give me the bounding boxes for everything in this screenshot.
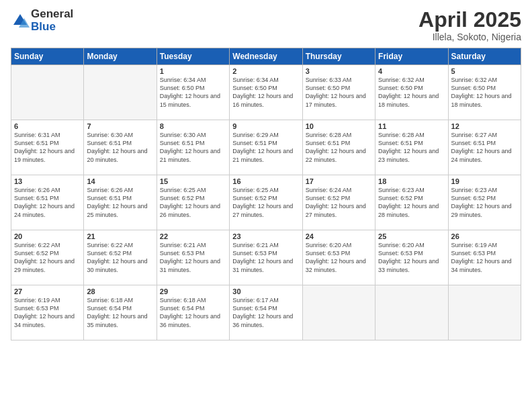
day-number: 16: [232, 177, 299, 185]
calendar-cell: 1Sunrise: 6:34 AMSunset: 6:50 PMDaylight…: [157, 65, 229, 120]
day-number: 5: [451, 67, 518, 75]
day-number: 1: [160, 67, 226, 75]
calendar-cell: 26Sunrise: 6:19 AMSunset: 6:53 PMDayligh…: [448, 230, 521, 285]
header: General Blue April 2025 Illela, Sokoto, …: [11, 8, 521, 42]
day-detail: Sunrise: 6:23 AMSunset: 6:52 PMDaylight:…: [451, 186, 518, 219]
day-number: 19: [451, 177, 518, 185]
day-number: 26: [451, 232, 518, 240]
day-number: 17: [306, 177, 372, 185]
calendar-cell: 13Sunrise: 6:26 AMSunset: 6:51 PMDayligh…: [11, 175, 84, 230]
calendar-cell: 11Sunrise: 6:28 AMSunset: 6:51 PMDayligh…: [375, 120, 448, 175]
column-header-wednesday: Wednesday: [230, 48, 302, 65]
calendar-week-row: 13Sunrise: 6:26 AMSunset: 6:51 PMDayligh…: [11, 175, 521, 230]
day-number: 20: [14, 232, 81, 240]
calendar-cell: 17Sunrise: 6:24 AMSunset: 6:52 PMDayligh…: [302, 175, 375, 230]
day-number: 22: [160, 232, 226, 240]
day-detail: Sunrise: 6:32 AMSunset: 6:50 PMDaylight:…: [451, 76, 518, 109]
calendar-table: SundayMondayTuesdayWednesdayThursdayFrid…: [11, 48, 521, 340]
day-number: 9: [232, 122, 299, 130]
day-number: 23: [232, 232, 299, 240]
column-header-thursday: Thursday: [302, 48, 375, 65]
calendar-header-row: SundayMondayTuesdayWednesdayThursdayFrid…: [11, 48, 521, 65]
day-number: 18: [378, 177, 445, 185]
logo-general-text: General: [31, 8, 73, 21]
calendar-cell: 27Sunrise: 6:19 AMSunset: 6:53 PMDayligh…: [11, 285, 84, 340]
day-number: 8: [160, 122, 226, 130]
calendar-cell: 23Sunrise: 6:21 AMSunset: 6:53 PMDayligh…: [230, 230, 302, 285]
calendar-cell: 8Sunrise: 6:30 AMSunset: 6:51 PMDaylight…: [157, 120, 229, 175]
day-detail: Sunrise: 6:20 AMSunset: 6:53 PMDaylight:…: [306, 241, 372, 274]
day-detail: Sunrise: 6:29 AMSunset: 6:51 PMDaylight:…: [232, 131, 299, 164]
calendar-cell: 3Sunrise: 6:33 AMSunset: 6:50 PMDaylight…: [302, 65, 375, 120]
calendar-cell: 21Sunrise: 6:22 AMSunset: 6:52 PMDayligh…: [84, 230, 157, 285]
day-number: 29: [160, 287, 226, 295]
calendar-cell: 28Sunrise: 6:18 AMSunset: 6:54 PMDayligh…: [84, 285, 157, 340]
logo: General Blue: [11, 8, 73, 33]
column-header-monday: Monday: [84, 48, 157, 65]
calendar-cell: [84, 65, 157, 120]
day-number: 25: [378, 232, 445, 240]
day-detail: Sunrise: 6:17 AMSunset: 6:54 PMDaylight:…: [232, 296, 299, 329]
calendar-cell: 10Sunrise: 6:28 AMSunset: 6:51 PMDayligh…: [302, 120, 375, 175]
day-number: 13: [14, 177, 81, 185]
calendar-week-row: 27Sunrise: 6:19 AMSunset: 6:53 PMDayligh…: [11, 285, 521, 340]
calendar-week-row: 20Sunrise: 6:22 AMSunset: 6:52 PMDayligh…: [11, 230, 521, 285]
logo-icon: [11, 11, 30, 30]
day-detail: Sunrise: 6:19 AMSunset: 6:53 PMDaylight:…: [451, 241, 518, 274]
logo-text: General Blue: [31, 8, 73, 33]
day-detail: Sunrise: 6:21 AMSunset: 6:53 PMDaylight:…: [232, 241, 299, 274]
day-number: 7: [87, 122, 153, 130]
column-header-tuesday: Tuesday: [157, 48, 229, 65]
day-detail: Sunrise: 6:18 AMSunset: 6:54 PMDaylight:…: [87, 296, 153, 329]
day-number: 11: [378, 122, 445, 130]
calendar-cell: 4Sunrise: 6:32 AMSunset: 6:50 PMDaylight…: [375, 65, 448, 120]
day-detail: Sunrise: 6:20 AMSunset: 6:53 PMDaylight:…: [378, 241, 445, 274]
day-number: 21: [87, 232, 153, 240]
day-detail: Sunrise: 6:24 AMSunset: 6:52 PMDaylight:…: [306, 186, 372, 219]
calendar-cell: [375, 285, 448, 340]
day-number: 2: [232, 67, 299, 75]
day-detail: Sunrise: 6:34 AMSunset: 6:50 PMDaylight:…: [232, 76, 299, 109]
calendar-cell: 7Sunrise: 6:30 AMSunset: 6:51 PMDaylight…: [84, 120, 157, 175]
day-number: 30: [232, 287, 299, 295]
day-number: 6: [14, 122, 81, 130]
calendar-cell: [302, 285, 375, 340]
day-detail: Sunrise: 6:28 AMSunset: 6:51 PMDaylight:…: [306, 131, 372, 164]
column-header-friday: Friday: [375, 48, 448, 65]
calendar-cell: 16Sunrise: 6:25 AMSunset: 6:52 PMDayligh…: [230, 175, 302, 230]
day-detail: Sunrise: 6:22 AMSunset: 6:52 PMDaylight:…: [87, 241, 153, 274]
day-detail: Sunrise: 6:22 AMSunset: 6:52 PMDaylight:…: [14, 241, 81, 274]
day-number: 10: [306, 122, 372, 130]
calendar-week-row: 6Sunrise: 6:31 AMSunset: 6:51 PMDaylight…: [11, 120, 521, 175]
calendar-cell: [11, 65, 84, 120]
day-detail: Sunrise: 6:26 AMSunset: 6:51 PMDaylight:…: [87, 186, 153, 219]
calendar-cell: 2Sunrise: 6:34 AMSunset: 6:50 PMDaylight…: [230, 65, 302, 120]
day-detail: Sunrise: 6:27 AMSunset: 6:51 PMDaylight:…: [451, 131, 518, 164]
calendar-cell: 20Sunrise: 6:22 AMSunset: 6:52 PMDayligh…: [11, 230, 84, 285]
day-detail: Sunrise: 6:18 AMSunset: 6:54 PMDaylight:…: [160, 296, 226, 329]
day-detail: Sunrise: 6:32 AMSunset: 6:50 PMDaylight:…: [378, 76, 445, 109]
day-number: 27: [14, 287, 81, 295]
calendar-week-row: 1Sunrise: 6:34 AMSunset: 6:50 PMDaylight…: [11, 65, 521, 120]
day-detail: Sunrise: 6:33 AMSunset: 6:50 PMDaylight:…: [306, 76, 372, 109]
title-block: April 2025 Illela, Sokoto, Nigeria: [418, 8, 521, 42]
calendar-cell: [448, 285, 521, 340]
day-detail: Sunrise: 6:19 AMSunset: 6:53 PMDaylight:…: [14, 296, 81, 329]
day-detail: Sunrise: 6:34 AMSunset: 6:50 PMDaylight:…: [160, 76, 226, 109]
day-detail: Sunrise: 6:30 AMSunset: 6:51 PMDaylight:…: [87, 131, 153, 164]
day-number: 4: [378, 67, 445, 75]
day-detail: Sunrise: 6:23 AMSunset: 6:52 PMDaylight:…: [378, 186, 445, 219]
day-number: 28: [87, 287, 153, 295]
calendar-cell: 18Sunrise: 6:23 AMSunset: 6:52 PMDayligh…: [375, 175, 448, 230]
calendar-cell: 6Sunrise: 6:31 AMSunset: 6:51 PMDaylight…: [11, 120, 84, 175]
calendar-cell: 14Sunrise: 6:26 AMSunset: 6:51 PMDayligh…: [84, 175, 157, 230]
calendar-cell: 15Sunrise: 6:25 AMSunset: 6:52 PMDayligh…: [157, 175, 229, 230]
calendar-cell: 24Sunrise: 6:20 AMSunset: 6:53 PMDayligh…: [302, 230, 375, 285]
calendar-cell: 30Sunrise: 6:17 AMSunset: 6:54 PMDayligh…: [230, 285, 302, 340]
logo-blue-text: Blue: [31, 21, 73, 34]
column-header-saturday: Saturday: [448, 48, 521, 65]
day-detail: Sunrise: 6:28 AMSunset: 6:51 PMDaylight:…: [378, 131, 445, 164]
calendar-cell: 19Sunrise: 6:23 AMSunset: 6:52 PMDayligh…: [448, 175, 521, 230]
day-detail: Sunrise: 6:21 AMSunset: 6:53 PMDaylight:…: [160, 241, 226, 274]
calendar-cell: 5Sunrise: 6:32 AMSunset: 6:50 PMDaylight…: [448, 65, 521, 120]
